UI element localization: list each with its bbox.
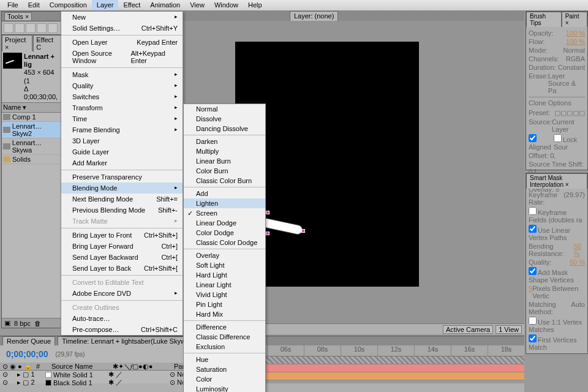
blend-darken[interactable]: Darken	[184, 137, 265, 146]
mi-mask[interactable]: Mask	[61, 69, 183, 80]
mi-blending-mode[interactable]: Blending Mode	[61, 183, 183, 194]
mi-send-to-back[interactable]: Send Layer to BackCtrl+Shift+[	[61, 263, 183, 274]
blend-overlay[interactable]: Overlay	[184, 251, 265, 260]
mi-new[interactable]: New	[61, 12, 183, 23]
mi-bring-forward[interactable]: Bring Layer ForwardCtrl+]	[61, 241, 183, 252]
view-layout[interactable]: 1 View	[496, 325, 522, 334]
menu-window[interactable]: Window	[209, 0, 243, 10]
comp-tab-2[interactable]: Layer: (none)	[290, 11, 338, 21]
blend-vivid-light[interactable]: Vivid Light	[184, 290, 265, 300]
mi-preserve-transparency[interactable]: Preserve Transparency	[61, 172, 183, 183]
matching-method-select[interactable]: Auto	[571, 301, 585, 315]
selection-tool-icon[interactable]	[4, 23, 13, 33]
current-time[interactable]: 0;00;00;00	[4, 347, 51, 361]
mode-select[interactable]: Normal	[564, 47, 585, 54]
blend-difference[interactable]: Difference	[184, 322, 265, 332]
blend-exclusion[interactable]: Exclusion	[184, 342, 265, 352]
project-tab[interactable]: Project ×	[2, 35, 32, 51]
new-bin-icon[interactable]: ▣	[4, 319, 10, 327]
effect-controls-tab[interactable]: Effect C	[33, 35, 61, 51]
bend-resistance-value[interactable]: 50 %	[574, 243, 585, 257]
menu-composition[interactable]: Composition	[45, 0, 92, 10]
menu-layer[interactable]: Layer	[92, 0, 119, 10]
blend-hard-mix[interactable]: Hard Mix	[184, 309, 265, 319]
camera-select[interactable]: Active Camera	[443, 325, 493, 334]
mi-precompose[interactable]: Pre-compose…Ctrl+Shift+C	[61, 324, 183, 335]
camera-tool-icon[interactable]	[48, 23, 58, 33]
mi-time[interactable]: Time	[61, 113, 183, 124]
transform-handle[interactable]	[301, 229, 305, 233]
blend-multiply[interactable]: Multiply	[184, 146, 265, 156]
quality-value[interactable]: 50 %	[570, 258, 585, 266]
paint-tab[interactable]: Paint ×	[562, 12, 587, 27]
blend-saturation[interactable]: Saturation	[184, 364, 265, 374]
mi-transform[interactable]: Transform	[61, 102, 183, 113]
aligned-checkbox[interactable]: Aligned	[529, 134, 554, 151]
transform-handle[interactable]	[266, 232, 270, 235]
menu-view[interactable]: View	[185, 0, 209, 10]
erase-select[interactable]: Layer Source & Pa	[548, 72, 585, 94]
mi-bring-front[interactable]: Bring Layer to FrontCtrl+Shift+]	[61, 230, 183, 241]
mi-quality[interactable]: Quality	[61, 80, 183, 91]
render-queue-tab[interactable]: Render Queue	[2, 336, 55, 345]
blend-add[interactable]: Add	[184, 189, 265, 198]
layer-track-1[interactable]	[230, 356, 524, 364]
project-name-header[interactable]: Name ▾	[2, 103, 62, 113]
timeline-ruler[interactable]: 04s06s08s10s12s14s16s18s	[230, 345, 524, 356]
menu-effect[interactable]: Effect	[118, 0, 145, 10]
timeline-tracks[interactable]: 04s06s08s10s12s14s16s18s	[230, 345, 524, 383]
mi-send-backward[interactable]: Send Layer BackwardCtrl+[	[61, 252, 183, 263]
lock-source-checkbox[interactable]: Lock Sour	[554, 134, 585, 151]
linear-paths-checkbox[interactable]: Use Linear Vertex Paths	[529, 225, 585, 241]
opacity-value[interactable]: 100 %	[566, 29, 585, 37]
blend-lighten[interactable]: Lighten	[184, 198, 265, 208]
first-verts-checkbox[interactable]: First Vertices Match	[529, 334, 585, 351]
mi-auto-trace[interactable]: Auto-trace…	[61, 313, 183, 324]
blend-classic-color-dodge[interactable]: Classic Color Dodge	[184, 238, 265, 247]
blend-classic-color-burn[interactable]: Classic Color Burn	[184, 176, 265, 186]
blend-color[interactable]: Color	[184, 374, 265, 384]
mi-switches[interactable]: Switches	[61, 91, 183, 102]
menu-help[interactable]: Help	[243, 0, 267, 10]
menu-edit[interactable]: Edit	[23, 0, 45, 10]
menu-file[interactable]: File	[2, 0, 23, 10]
mi-solid-settings[interactable]: Solid Settings…Ctrl+Shift+Y	[61, 23, 183, 34]
transform-handle[interactable]	[266, 211, 270, 214]
add-verts-checkbox[interactable]: Add Mask Shape Vertices	[529, 267, 585, 284]
blend-dissolve[interactable]: Dissolve	[184, 114, 265, 124]
menu-animation[interactable]: Animation	[145, 0, 185, 10]
zoom-tool-icon[interactable]	[26, 23, 36, 33]
blend-linear-burn[interactable]: Linear Burn	[184, 156, 265, 166]
project-item[interactable]: Comp 1	[2, 113, 62, 122]
mi-open-source[interactable]: Open Source WindowAlt+Keypad Enter	[61, 48, 183, 66]
bpc-indicator[interactable]: 8 bpc	[14, 320, 31, 327]
timeline-tab-1[interactable]: Timeline: Lennart + lightsaber(Luke Skyw…	[58, 336, 199, 345]
smart-mask-tab[interactable]: Smart Mask Interpolation ×	[526, 173, 587, 189]
hand-tool-icon[interactable]	[15, 23, 24, 33]
trash-icon[interactable]: 🗑	[34, 320, 41, 327]
source-select[interactable]: Current Layer	[552, 118, 585, 133]
tools-tab[interactable]: Tools ×	[4, 12, 32, 20]
offset-value[interactable]: Offset: 0,	[529, 152, 556, 159]
blend-soft-light[interactable]: Soft Light	[184, 260, 265, 270]
blend-luminosity[interactable]: Luminosity	[184, 384, 265, 392]
blend-linear-dodge[interactable]: Linear Dodge	[184, 218, 265, 228]
brush-tips-tab[interactable]: Brush Tips	[526, 12, 562, 27]
blend-classic-difference[interactable]: Classic Difference	[184, 332, 265, 342]
blend-dancing-dissolve[interactable]: Dancing Dissolve	[184, 124, 265, 134]
kf-rate-value[interactable]: (29.97)	[564, 191, 585, 206]
blend-hard-light[interactable]: Hard Light	[184, 270, 265, 280]
mi-encore-dvd[interactable]: Adobe Encore DVD	[61, 288, 183, 299]
rotate-tool-icon[interactable]	[37, 23, 47, 33]
channels-select[interactable]: RGBA	[566, 55, 585, 62]
mi-frame-blending[interactable]: Frame Blending	[61, 124, 183, 135]
preset-icons[interactable]: ▢▢▢▢▢	[554, 109, 585, 117]
blend-color-dodge[interactable]: Color Dodge	[184, 228, 265, 238]
mi-open-layer[interactable]: Open LayerKeypad Enter	[61, 37, 183, 48]
blend-pin-light[interactable]: Pin Light	[184, 300, 265, 309]
mi-next-blend[interactable]: Next Blending ModeShift+=	[61, 194, 183, 205]
blend-screen[interactable]: Screen	[184, 208, 265, 218]
use-11-checkbox[interactable]: Use 1:1 Vertex Matches	[529, 317, 585, 333]
project-item[interactable]: Solids	[2, 155, 62, 164]
mi-prev-blend[interactable]: Previous Blending ModeShift+-	[61, 205, 183, 216]
